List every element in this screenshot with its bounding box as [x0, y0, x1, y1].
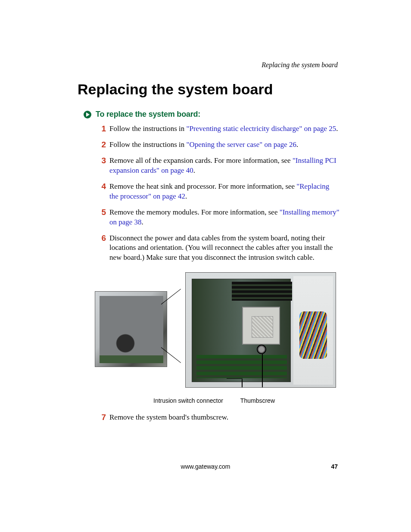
procedure-title: To replace the system board:	[96, 110, 200, 119]
step-item: Remove the system board's thumbscrew.	[99, 413, 340, 423]
step-text: Remove the heat sink and processor. For …	[109, 182, 296, 190]
figure	[95, 272, 336, 393]
step-text-post: .	[336, 124, 338, 133]
step-text-post: .	[193, 166, 195, 174]
cross-reference-link[interactable]: "Preventing static electricity discharge…	[187, 124, 336, 133]
step-item: Disconnect the power and data cables fro…	[99, 233, 340, 263]
running-header: Replacing the system board	[262, 61, 338, 69]
footer-url: www.gateway.com	[0, 463, 411, 470]
thumbscrew-marker	[257, 345, 266, 354]
step-item: Remove the heat sink and processor. For …	[99, 182, 340, 202]
page-title: Replacing the system board	[78, 81, 340, 98]
figure-captions: Intrusion switch connector Thumbscrew	[153, 397, 340, 404]
cpu-socket-graphic	[242, 307, 280, 345]
step-text: Follow the instructions in	[109, 124, 187, 133]
document-page: Replacing the system board Replacing the…	[0, 0, 411, 532]
photo-case-overview	[95, 291, 167, 367]
callout-line	[227, 378, 243, 379]
cross-reference-link[interactable]: "Opening the server case" on page 26	[187, 140, 297, 149]
pci-slots-graphic	[196, 355, 287, 378]
step-item: Remove all of the expansion cards. For m…	[99, 156, 340, 176]
step-item: Follow the instructions in "Opening the …	[99, 140, 340, 150]
step-item: Follow the instructions in "Preventing s…	[99, 124, 340, 134]
caption-intrusion-switch: Intrusion switch connector	[153, 397, 223, 404]
step-text: Disconnect the power and data cables fro…	[109, 234, 333, 262]
step-item: Remove the memory modules. For more info…	[99, 208, 340, 227]
step-list: Follow the instructions in "Preventing s…	[99, 124, 340, 263]
step-text-post: .	[142, 218, 143, 226]
step-list-continued: Remove the system board's thumbscrew.	[99, 413, 340, 423]
step-text-post: .	[296, 140, 298, 149]
callout-line	[242, 379, 243, 388]
caption-thumbscrew: Thumbscrew	[240, 397, 275, 404]
step-text: Remove all of the expansion cards. For m…	[109, 156, 293, 165]
step-text: Remove the system board's thumbscrew.	[109, 413, 228, 421]
step-text-post: .	[185, 192, 187, 200]
photo-system-board-closeup	[185, 272, 336, 388]
cables-graphic	[299, 311, 327, 359]
step-text: Follow the instructions in	[109, 140, 187, 149]
motherboard-graphic	[192, 279, 291, 382]
page-number: 47	[331, 463, 338, 470]
ram-slots-graphic	[232, 282, 292, 301]
callout-line	[262, 354, 263, 388]
step-text: Remove the memory modules. For more info…	[109, 208, 280, 216]
procedure-heading: To replace the system board:	[84, 110, 340, 119]
play-triangle-icon	[84, 111, 91, 118]
